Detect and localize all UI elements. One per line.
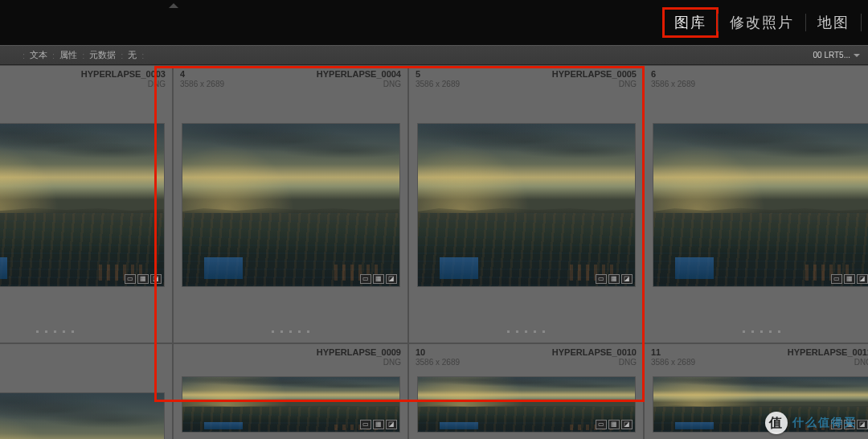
cell-filename: HYPERLAPSE_0004 <box>317 69 401 79</box>
rating-dot[interactable] <box>525 330 527 333</box>
cell-dimensions: 3586 x 2689 <box>416 80 460 88</box>
cell-format: DNG <box>619 80 637 88</box>
rating-dot[interactable] <box>272 330 274 333</box>
watermark-logo-icon: 值 <box>765 412 788 434</box>
badge-icon[interactable]: ◪ <box>150 274 162 284</box>
grid-cell[interactable]: 5 HYPERLAPSE_0005 3586 x 2689 DNG ▭ ▦ ◪ <box>408 65 644 343</box>
module-switcher: 图库 修改照片 地图 <box>663 8 862 37</box>
badge-icon[interactable]: ▭ <box>596 420 607 429</box>
filter-preset-dropdown[interactable]: 00 LRT5... <box>813 51 860 59</box>
rating-dot[interactable] <box>54 330 56 333</box>
grid-cell[interactable]: HYPERLAPSE_0003 DNG ▭ ▦ ◪ <box>0 65 173 343</box>
grid-cell[interactable]: 4 HYPERLAPSE_0004 3586 x 2689 DNG ▭ ▦ ◪ <box>173 65 408 343</box>
cell-format: DNG <box>619 358 637 367</box>
watermark: 值 什么值得买 <box>765 412 857 434</box>
photo-thumbnail[interactable]: ▭ ▦ ◪ <box>0 392 165 440</box>
badge-icon[interactable]: ▭ <box>596 274 607 284</box>
badge-icon[interactable]: ▦ <box>608 274 620 284</box>
badge-icon[interactable]: ◪ <box>621 420 633 429</box>
badge-icon[interactable]: ▭ <box>360 274 371 284</box>
cell-filename: HYPERLAPSE_0005 <box>552 69 637 79</box>
thumbnail-badges: ▭ ▦ ◪ <box>125 274 162 284</box>
cell-filename: HYPERLAPSE_0003 <box>81 69 166 79</box>
grid-cell[interactable]: 6 3586 x 2689 ▭ ▦ ◪ <box>644 65 868 343</box>
cell-format: DNG <box>383 80 401 88</box>
top-module-bar: 图库 修改照片 地图 <box>0 0 868 45</box>
cell-dimensions: 3586 x 2689 <box>416 358 460 367</box>
module-tab-library[interactable]: 图库 <box>663 8 718 37</box>
filter-option-text[interactable]: 文本 <box>30 49 47 61</box>
badge-icon[interactable]: ▦ <box>137 274 149 284</box>
photo-thumbnail[interactable]: ▭ ▦ ◪ <box>182 376 400 433</box>
cell-header: HYPERLAPSE_0009 DNG <box>174 344 407 368</box>
rating-dot[interactable] <box>760 330 763 333</box>
thumb-area: ▭ ▦ ◪ <box>0 350 172 439</box>
thumbnail-badges: ▭ ▦ ◪ <box>360 274 397 284</box>
photo-thumbnail[interactable]: ▭ ▦ ◪ <box>0 123 165 287</box>
badge-icon[interactable]: ◪ <box>621 274 633 284</box>
rating-dot[interactable] <box>778 330 780 333</box>
photo-thumbnail[interactable]: ▭ ▦ ◪ <box>417 123 636 287</box>
cell-header: HYPERLAPSE_0003 DNG <box>0 66 172 90</box>
cell-footer <box>645 320 868 343</box>
badge-icon[interactable]: ▭ <box>360 420 371 429</box>
rating-dot[interactable] <box>507 330 510 333</box>
cell-header: 4 HYPERLAPSE_0004 3586 x 2689 DNG <box>174 66 407 90</box>
badge-icon[interactable]: ▦ <box>373 274 384 284</box>
rating-dot[interactable] <box>542 330 545 333</box>
rating-dot[interactable] <box>72 330 74 333</box>
cell-filename: HYPERLAPSE_0010 <box>552 347 637 357</box>
cell-filename: HYPERLAPSE_0011 <box>788 347 868 357</box>
rating-dot[interactable] <box>769 330 772 333</box>
cell-footer <box>174 320 407 343</box>
badge-icon[interactable]: ▦ <box>608 420 620 429</box>
badge-icon[interactable]: ◪ <box>857 274 868 284</box>
rating-dot[interactable] <box>36 330 39 333</box>
filter-option-attributes[interactable]: 属性 <box>59 49 77 61</box>
thumb-area: ▭ ▦ ◪ <box>174 368 407 439</box>
badge-icon[interactable]: ▦ <box>844 274 855 284</box>
badge-icon[interactable]: ◪ <box>386 274 397 284</box>
cell-dimensions: 3586 x 2689 <box>651 358 695 367</box>
cell-dimensions: 3586 x 2689 <box>180 80 224 88</box>
module-tab-map[interactable]: 地图 <box>806 8 861 37</box>
library-grid-view: HYPERLAPSE_0003 DNG ▭ ▦ ◪ 4 HYPERLAPSE_0… <box>0 65 868 439</box>
filter-option-metadata[interactable]: 元数据 <box>89 49 116 61</box>
rating-dot[interactable] <box>63 330 65 333</box>
filter-option-none[interactable]: 无 <box>128 49 137 61</box>
rating-dot[interactable] <box>516 330 518 333</box>
photo-thumbnail[interactable]: ▭ ▦ ◪ <box>653 123 869 287</box>
photo-thumbnail[interactable]: ▭ ▦ ◪ <box>417 376 636 433</box>
rating-dot[interactable] <box>307 330 309 333</box>
thumbnail-badges: ▭ ▦ ◪ <box>360 420 397 429</box>
badge-icon[interactable]: ▦ <box>373 420 384 429</box>
thumbnail-badges: ▭ ▦ ◪ <box>831 274 868 284</box>
badge-icon[interactable]: ▭ <box>831 274 842 284</box>
badge-icon[interactable]: ◪ <box>386 420 397 429</box>
rating-dot[interactable] <box>289 330 292 333</box>
panel-notch-icon <box>169 3 178 8</box>
thumbnail-badges: ▭ ▦ ◪ <box>596 274 633 284</box>
thumbnail-badges: ▭ ▦ ◪ <box>596 420 633 429</box>
rating-dot[interactable] <box>45 330 47 333</box>
cell-index: 11 <box>651 347 661 357</box>
watermark-text: 什么值得买 <box>792 416 857 430</box>
rating-dot[interactable] <box>534 330 536 333</box>
chevron-down-icon <box>854 54 860 57</box>
rating-dot[interactable] <box>743 330 745 333</box>
cell-format: DNG <box>148 80 166 88</box>
grid-cell[interactable]: ▭ ▦ ◪ <box>0 343 173 439</box>
rating-dot[interactable] <box>751 330 754 333</box>
badge-icon[interactable]: ◪ <box>857 420 868 429</box>
cell-header: 11 HYPERLAPSE_0011 3586 x 2689 DNG <box>645 344 868 368</box>
rating-dot[interactable] <box>298 330 301 333</box>
module-tab-develop[interactable]: 修改照片 <box>719 8 805 37</box>
photo-thumbnail[interactable]: ▭ ▦ ◪ <box>182 123 400 287</box>
badge-icon[interactable]: ▭ <box>125 274 136 284</box>
grid-cell[interactable]: 10 HYPERLAPSE_0010 3586 x 2689 DNG ▭ ▦ ◪ <box>408 343 644 439</box>
thumb-area: ▭ ▦ ◪ <box>0 90 172 320</box>
grid-cell[interactable]: HYPERLAPSE_0009 DNG ▭ ▦ ◪ <box>173 343 408 439</box>
thumb-area: ▭ ▦ ◪ <box>409 368 643 439</box>
rating-dot[interactable] <box>280 330 283 333</box>
cell-index: 6 <box>651 69 656 79</box>
